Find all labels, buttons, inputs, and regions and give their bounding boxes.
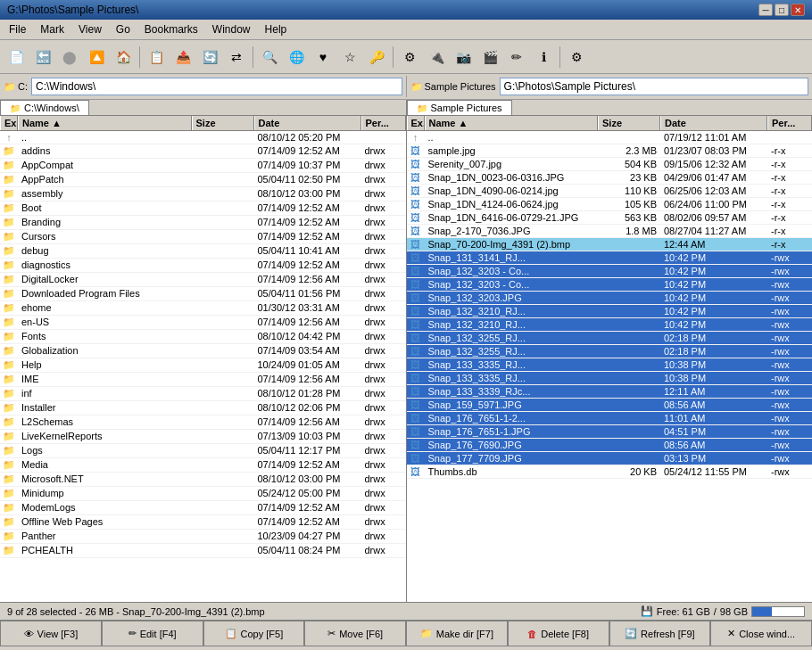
menu-help[interactable]: Help [260, 21, 293, 37]
left-file-row[interactable]: 📁 Globalization 07/14/09 03:54 AM drwx [0, 344, 406, 358]
right-col-ex[interactable]: Ex. [407, 116, 425, 130]
left-file-row[interactable]: 📁 Installer 08/10/12 02:06 PM drwx [0, 401, 406, 416]
left-col-ex[interactable]: Ex. [0, 116, 18, 130]
left-file-row[interactable]: 📁 Fonts 08/10/12 04:42 PM drwx [0, 330, 406, 344]
left-file-row[interactable]: 📁 AppCompat 07/14/09 10:37 PM drwx [0, 159, 406, 173]
right-file-row[interactable]: 🖼 Snap_132_3255_RJ... 02:18 PM -rwx [407, 345, 813, 358]
right-file-row[interactable]: 🖼 Snap_132_3203 - Co... 10:42 PM -rwx [407, 278, 813, 292]
left-file-row[interactable]: 📁 PCHEALTH 05/04/11 08:24 PM drwx [0, 544, 406, 558]
right-file-row[interactable]: 🖼 Snap_133_3335_RJ... 10:38 PM -rwx [407, 372, 813, 385]
left-col-size[interactable]: Size [192, 116, 254, 130]
left-col-date[interactable]: Date [254, 116, 361, 130]
left-file-row[interactable]: 📁 ModemLogs 07/14/09 12:52 AM drwx [0, 501, 406, 515]
btn-refresh[interactable]: 🔄 Refresh [F9] [609, 621, 711, 646]
left-file-row[interactable]: 📁 ehome 01/30/12 03:31 AM drwx [0, 301, 406, 316]
left-file-row[interactable]: 📁 assembly 08/10/12 03:00 PM drwx [0, 187, 406, 202]
right-file-row[interactable]: 🖼 Serenity_007.jpg 504 KB 09/15/06 12:32… [407, 158, 813, 171]
menu-bookmarks[interactable]: Bookmarks [139, 21, 203, 37]
right-col-size[interactable]: Size [598, 116, 660, 130]
left-file-row[interactable]: 📁 inf 08/10/12 01:28 PM drwx [0, 387, 406, 401]
right-file-row[interactable]: 🖼 Snap_176_7690.JPG 08:56 AM -rwx [407, 439, 813, 452]
right-file-row[interactable]: 🖼 Snap_1DN_4090-06-0214.jpg 110 KB 06/25… [407, 185, 813, 198]
right-file-row[interactable]: 🖼 Snap_177_7709.JPG 03:13 PM -rwx [407, 452, 813, 465]
left-file-row[interactable]: 📁 Microsoft.NET 08/10/12 03:00 PM drwx [0, 473, 406, 487]
toolbar-pencil[interactable]: ✏ [504, 45, 529, 70]
toolbar-config[interactable]: ⚙ [397, 45, 422, 70]
toolbar-copy[interactable]: 📋 [144, 45, 169, 70]
right-file-row[interactable]: 🖼 Snap_132_3203 - Co... 10:42 PM -rwx [407, 265, 813, 278]
left-tab[interactable]: 📁 C:\Windows\ [0, 100, 89, 115]
left-file-list[interactable]: ↑ .. 08/10/12 05:20 PM 📁 addins 07/14/09… [0, 131, 406, 602]
menu-file[interactable]: File [4, 21, 31, 37]
toolbar-refresh[interactable]: 🔄 [197, 45, 222, 70]
toolbar-move[interactable]: 📤 [170, 45, 195, 70]
maximize-button[interactable]: □ [775, 4, 789, 16]
left-file-row[interactable]: 📁 LiveKernelReports 07/13/09 10:03 PM dr… [0, 430, 406, 444]
toolbar-new[interactable]: 📄 [4, 45, 29, 70]
right-file-row[interactable]: 🖼 Snap_1DN_4124-06-0624.jpg 105 KB 06/24… [407, 198, 813, 211]
btn-delete[interactable]: 🗑 Delete [F8] [508, 621, 609, 646]
right-col-perm[interactable]: Per... [767, 116, 812, 130]
left-file-row[interactable]: 📁 AppPatch 05/04/11 02:50 PM drwx [0, 173, 406, 187]
btn-mkdir[interactable]: 📁 Make dir [F7] [406, 621, 508, 646]
toolbar-search[interactable]: 🔍 [257, 45, 282, 70]
toolbar-camera[interactable]: 📷 [451, 45, 476, 70]
right-file-row[interactable]: 🖼 Snap_131_3141_RJ... 10:42 PM -rwx [407, 251, 813, 265]
left-file-row[interactable]: 📁 diagnostics 07/14/09 12:52 AM drwx [0, 259, 406, 273]
left-file-row[interactable]: 📁 Cursors 07/14/09 12:52 AM drwx [0, 230, 406, 244]
right-file-row[interactable]: 🖼 Snap_132_3203.JPG 10:42 PM -rwx [407, 292, 813, 305]
toolbar-info[interactable]: ℹ [531, 45, 556, 70]
right-file-row[interactable]: 🖼 Snap_2-170_7036.JPG 1.8 MB 08/27/04 11… [407, 225, 813, 238]
toolbar-connect[interactable]: 🔌 [424, 45, 449, 70]
right-tab[interactable]: 📁 Sample Pictures [407, 100, 512, 115]
right-file-row[interactable]: 🖼 Snap_133_3335_RJ... 10:38 PM -rwx [407, 358, 813, 372]
right-file-list[interactable]: ↑ .. 07/19/12 11:01 AM 🖼 sample.jpg 2.3 … [407, 131, 813, 602]
btn-view[interactable]: 👁 View [F3] [0, 621, 102, 646]
left-file-row[interactable]: 📁 Downloaded Program Files 05/04/11 01:5… [0, 287, 406, 301]
close-button[interactable]: ✕ [791, 4, 805, 16]
right-file-row[interactable]: 🖼 Snap_176_7651-1.JPG 04:51 PM -rwx [407, 425, 813, 439]
right-col-date[interactable]: Date [660, 116, 767, 130]
btn-edit[interactable]: ✏ Edit [F4] [102, 621, 203, 646]
menu-window[interactable]: Window [207, 21, 256, 37]
right-col-name[interactable]: Name ▲ [425, 116, 599, 130]
toolbar-key[interactable]: 🔑 [364, 45, 389, 70]
right-file-row[interactable]: 🖼 sample.jpg 2.3 MB 01/23/07 08:03 PM -r… [407, 144, 813, 158]
toolbar-film[interactable]: 🎬 [477, 45, 502, 70]
toolbar-star[interactable]: ☆ [337, 45, 362, 70]
right-file-row[interactable]: 🖼 Snap_1DN_6416-06-0729-21.JPG 563 KB 08… [407, 211, 813, 225]
left-file-row[interactable]: 📁 debug 05/04/11 10:41 AM drwx [0, 244, 406, 259]
right-file-row[interactable]: 🖼 Snap_132_3210_RJ... 10:42 PM -rwx [407, 318, 813, 332]
left-file-row[interactable]: 📁 Offline Web Pages 07/14/09 12:52 AM dr… [0, 515, 406, 530]
left-file-row[interactable]: 📁 Media 07/14/09 12:52 AM drwx [0, 458, 406, 473]
left-path-input[interactable] [31, 78, 402, 95]
menu-view[interactable]: View [73, 21, 107, 37]
left-file-row[interactable]: ↑ .. 08/10/12 05:20 PM [0, 131, 406, 144]
left-col-name[interactable]: Name ▲ [18, 116, 192, 130]
left-file-row[interactable]: 📁 Help 10/24/09 01:05 AM drwx [0, 358, 406, 373]
left-file-row[interactable]: 📁 DigitalLocker 07/14/09 12:56 AM drwx [0, 273, 406, 287]
toolbar-back[interactable]: 🔙 [30, 45, 55, 70]
left-file-row[interactable]: 📁 Panther 10/23/09 04:27 PM drwx [0, 530, 406, 544]
minimize-button[interactable]: ─ [758, 4, 773, 16]
right-file-row[interactable]: ↑ .. 07/19/12 11:01 AM [407, 131, 813, 144]
toolbar-sync[interactable]: ⇄ [224, 45, 249, 70]
toolbar-home[interactable]: 🏠 [111, 45, 136, 70]
left-file-row[interactable]: 📁 en-US 07/14/09 12:56 AM drwx [0, 316, 406, 330]
right-file-row[interactable]: 🖼 Thumbs.db 20 KB 05/24/12 11:55 PM -rwx [407, 465, 813, 479]
toolbar-ftp[interactable]: 🌐 [284, 45, 309, 70]
right-file-row[interactable]: 🖼 Snap_70-200-Img_4391 (2).bmp 12:44 AM … [407, 238, 813, 251]
left-file-row[interactable]: 📁 Minidump 05/24/12 05:00 PM drwx [0, 487, 406, 501]
btn-copy[interactable]: 📋 Copy [F5] [203, 621, 305, 646]
menu-go[interactable]: Go [111, 21, 136, 37]
toolbar-settings[interactable]: ⚙ [564, 45, 589, 70]
toolbar-up[interactable]: 🔼 [84, 45, 109, 70]
left-file-row[interactable]: 📁 Boot 07/14/09 12:52 AM drwx [0, 202, 406, 216]
right-file-row[interactable]: 🖼 Snap_132_3210_RJ... 10:42 PM -rwx [407, 305, 813, 318]
toolbar-heart[interactable]: ♥ [311, 45, 336, 70]
right-file-row[interactable]: 🖼 Snap_176_7651-1-2... 11:01 AM -rwx [407, 412, 813, 425]
right-file-row[interactable]: 🖼 Snap_1DN_0023-06-0316.JPG 23 KB 04/29/… [407, 171, 813, 185]
left-file-row[interactable]: 📁 Logs 05/04/11 12:17 PM drwx [0, 444, 406, 458]
left-file-row[interactable]: 📁 L2Schemas 07/14/09 12:56 AM drwx [0, 416, 406, 430]
right-file-row[interactable]: 🖼 Snap_159_5971.JPG 08:56 AM -rwx [407, 399, 813, 412]
